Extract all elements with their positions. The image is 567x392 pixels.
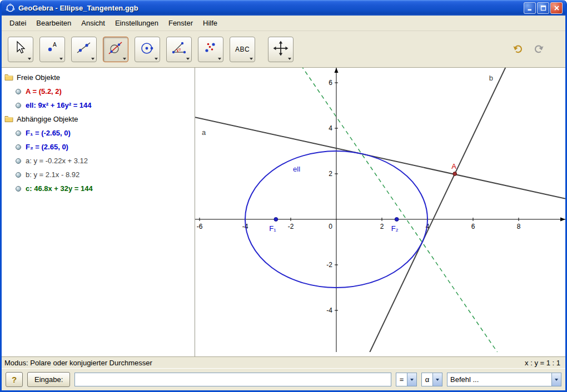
menu-einstellungen[interactable]: Einstellungen (110, 17, 163, 29)
algebra-item-c[interactable]: c: 46.8x + 32y = 144 (2, 182, 195, 195)
tool-options-caret-icon[interactable] (59, 58, 63, 60)
maximize-button[interactable] (537, 2, 549, 14)
toolbar: AαABC (2, 31, 565, 68)
circle-center-point-icon (139, 40, 156, 59)
algebra-view: Freie ObjekteA = (5.2, 2)ell: 9x² + 16y²… (2, 68, 195, 356)
chevron-down-icon[interactable] (432, 373, 442, 386)
tool-options-caret-icon[interactable] (155, 58, 158, 60)
greek-combo-value: α (422, 373, 432, 386)
algebra-item-text: b: y = 2.1x - 8.92 (26, 170, 79, 179)
geogebra-window: GeoGebra - Ellipse_Tangenten.ggb DateiBe… (0, 0, 567, 392)
move-view-tool-button[interactable] (268, 37, 294, 62)
graph-point-F2[interactable] (395, 218, 399, 222)
folder-icon (4, 115, 13, 124)
algebra-item-F2[interactable]: F₂ = (2.65, 0) (2, 140, 195, 154)
algebra-group-dependent-objects[interactable]: Abhängige Objekte (2, 112, 195, 126)
visibility-marble-icon[interactable] (16, 144, 21, 150)
visibility-marble-icon[interactable] (16, 130, 21, 136)
text-tool-button[interactable]: ABC (230, 37, 255, 62)
folder-icon (4, 73, 13, 82)
relation-combo[interactable]: = (396, 373, 417, 386)
visibility-marble-icon[interactable] (16, 103, 21, 108)
x-axis-arrow-icon (560, 218, 565, 222)
chevron-down-icon[interactable] (407, 373, 416, 386)
algebra-item-text: A = (5.2, 2) (26, 87, 62, 96)
algebra-item-text: F₁ = (-2.65, 0) (26, 129, 71, 137)
toolbar-buttons: AαABC (8, 37, 300, 62)
command-combo-value: Befehl ... (447, 373, 551, 386)
algebra-item-F1[interactable]: F₁ = (-2.65, 0) (2, 126, 195, 140)
tool-options-caret-icon[interactable] (123, 58, 126, 60)
minimize-button[interactable] (524, 2, 536, 14)
visibility-marble-icon[interactable] (16, 172, 21, 178)
conic-tool-button[interactable] (103, 37, 128, 62)
redo-button[interactable] (533, 43, 545, 56)
statusbar: Modus: Polare oder konjugierter Durchmes… (2, 356, 565, 368)
algebra-item-A[interactable]: A = (5.2, 2) (2, 84, 195, 98)
geogebra-logo-icon (6, 3, 15, 13)
algebra-item-a[interactable]: a: y = -0.22x + 3.12 (2, 154, 195, 168)
tool-options-caret-icon[interactable] (28, 58, 31, 60)
window-title: GeoGebra - Ellipse_Tangenten.ggb (18, 4, 524, 12)
close-button[interactable] (550, 2, 563, 14)
graph-line-a[interactable] (195, 117, 565, 199)
titlebar[interactable]: GeoGebra - Ellipse_Tangenten.ggb (2, 0, 565, 16)
graph-line-b[interactable] (195, 68, 565, 352)
menubar: DateiBearbeitenAnsichtEinstellungenFenst… (2, 16, 565, 31)
status-axis-ratio: x : y = 1 : 1 (525, 359, 560, 367)
svg-text:α: α (178, 47, 181, 51)
tool-options-caret-icon[interactable] (186, 58, 190, 60)
origin-label: 0 (329, 223, 332, 230)
y-axis-arrow-icon (335, 68, 339, 73)
point-label-A: A (451, 162, 456, 170)
greek-combo[interactable]: α (421, 373, 442, 386)
algebra-item-b[interactable]: b: y = 2.1x - 8.92 (2, 168, 195, 182)
tool-options-caret-icon[interactable] (250, 58, 253, 60)
algebra-item-ell[interactable]: ell: 9x² + 16y² = 144 (2, 98, 195, 112)
polar-line-icon (107, 40, 124, 59)
visibility-marble-icon[interactable] (16, 158, 21, 164)
point-label-F2: F₂ (391, 224, 399, 233)
x-tick-label: 2 (380, 223, 384, 230)
algebra-item-text: c: 46.8x + 32y = 144 (26, 184, 93, 193)
algebra-item-text: F₂ = (2.65, 0) (26, 143, 68, 151)
point-label-F1: F₁ (269, 224, 276, 233)
new-point-icon: A (44, 40, 61, 59)
input-label-button[interactable]: Eingabe: (27, 372, 70, 387)
y-tick-label: -4 (326, 306, 332, 314)
ellipse-label: ell (293, 165, 300, 173)
angle-tool-button[interactable]: α (166, 37, 192, 62)
visibility-marble-icon[interactable] (16, 89, 21, 94)
graph-line-c[interactable] (195, 68, 565, 352)
tool-options-caret-icon[interactable] (288, 58, 291, 60)
point-tool-button[interactable]: A (39, 37, 65, 62)
algebra-group-label: Freie Objekte (17, 73, 60, 82)
graphics-view[interactable]: -6-4-22468-4-22460abellF₁F₂A (195, 68, 565, 356)
menu-hilfe[interactable]: Hilfe (198, 17, 222, 29)
move-graphics-view-icon (272, 40, 289, 59)
algebra-input[interactable] (74, 373, 391, 386)
line-tool-button[interactable] (71, 37, 97, 62)
tool-options-caret-icon[interactable] (91, 58, 94, 60)
menu-fenster[interactable]: Fenster (163, 17, 198, 29)
algebra-group-label: Abhängige Objekte (17, 115, 78, 123)
visibility-marble-icon[interactable] (16, 186, 21, 192)
undo-button[interactable] (511, 43, 524, 56)
svg-text:A: A (53, 42, 57, 48)
circle-tool-button[interactable] (135, 37, 160, 62)
menu-datei[interactable]: Datei (4, 17, 31, 29)
y-tick-label: 6 (329, 79, 332, 87)
graph-point-F1[interactable] (274, 218, 278, 222)
graph-point-A[interactable] (453, 172, 457, 176)
graphics-canvas[interactable]: -6-4-22468-4-22460abellF₁F₂A (195, 68, 565, 352)
command-combo[interactable]: Befehl ... (447, 373, 561, 386)
menu-ansicht[interactable]: Ansicht (76, 17, 110, 29)
main-area: Freie ObjekteA = (5.2, 2)ell: 9x² + 16y²… (2, 68, 565, 356)
help-button[interactable]: ? (6, 372, 23, 387)
chevron-down-icon[interactable] (551, 373, 561, 386)
tool-options-caret-icon[interactable] (218, 58, 221, 60)
menu-bearbeiten[interactable]: Bearbeiten (31, 17, 76, 29)
algebra-group-free-objects[interactable]: Freie Objekte (2, 71, 195, 84)
move-tool-button[interactable] (8, 37, 33, 62)
points-tool-button[interactable] (198, 37, 223, 62)
